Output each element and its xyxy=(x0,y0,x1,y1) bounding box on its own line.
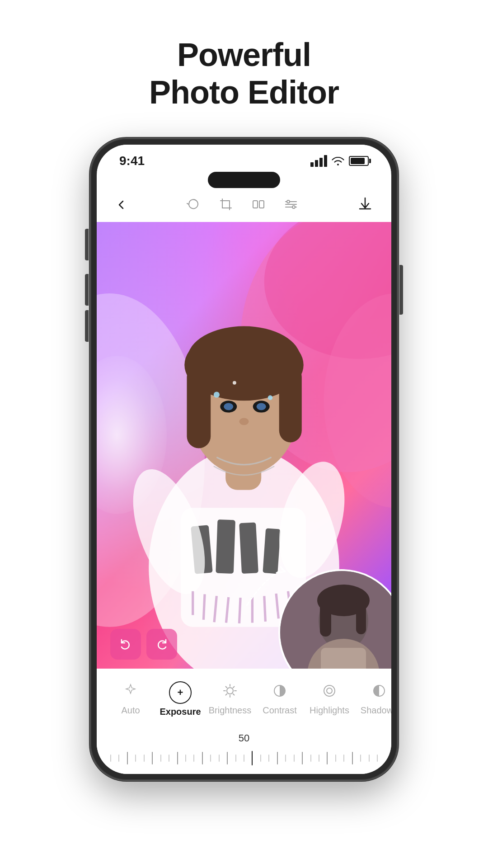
svg-line-51 xyxy=(226,686,227,688)
shadows-label: Shadows xyxy=(361,705,391,716)
tick xyxy=(202,752,203,764)
slider-ticks xyxy=(110,749,378,767)
tick xyxy=(277,752,278,764)
tick xyxy=(360,755,361,762)
tick xyxy=(110,755,111,762)
tick xyxy=(193,755,194,762)
highlights-icon xyxy=(321,683,338,703)
slider-track[interactable] xyxy=(110,747,378,769)
tool-tab-contrast[interactable]: Contrast xyxy=(255,679,305,719)
download-button[interactable] xyxy=(357,196,373,217)
back-button[interactable] xyxy=(115,198,127,215)
adjust-icon[interactable] xyxy=(284,197,298,215)
svg-point-17 xyxy=(188,326,300,392)
tool-tab-shadows[interactable]: Shadows xyxy=(354,679,391,719)
auto-icon xyxy=(122,683,139,703)
svg-rect-42 xyxy=(320,600,331,637)
tick xyxy=(169,755,169,762)
tick xyxy=(285,755,286,762)
tick xyxy=(294,755,295,762)
svg-line-54 xyxy=(226,693,227,695)
undo-redo-controls xyxy=(110,629,177,660)
tick xyxy=(177,752,178,764)
svg-rect-1 xyxy=(259,201,264,208)
svg-point-22 xyxy=(239,418,249,425)
exposure-label: Exposure xyxy=(160,707,201,717)
tool-tab-exposure[interactable]: Exposure xyxy=(155,678,205,721)
tick xyxy=(327,752,328,764)
tick xyxy=(260,755,261,762)
brightness-label: Brightness xyxy=(209,705,252,716)
svg-point-57 xyxy=(327,688,332,693)
svg-rect-43 xyxy=(356,600,366,634)
wifi-icon xyxy=(332,156,344,166)
tick xyxy=(335,755,336,762)
tick xyxy=(227,752,228,764)
tick xyxy=(268,755,269,762)
tick xyxy=(235,755,236,762)
slider-value: 50 xyxy=(110,732,378,744)
tick xyxy=(302,752,303,764)
highlights-label: Highlights xyxy=(310,705,349,716)
auto-label: Auto xyxy=(121,705,140,716)
svg-line-31 xyxy=(203,594,205,620)
tick xyxy=(135,755,136,762)
toolbar xyxy=(97,191,391,222)
before-image: Before xyxy=(280,571,391,669)
svg-rect-9 xyxy=(216,519,235,574)
phone-screen: 9:41 xyxy=(97,145,391,774)
tool-tab-brightness[interactable]: Brightness xyxy=(205,679,255,719)
svg-point-56 xyxy=(324,685,335,696)
svg-point-25 xyxy=(233,381,236,384)
toolbar-center-icons xyxy=(186,197,298,215)
signal-icon xyxy=(310,155,327,167)
tick xyxy=(343,755,344,762)
photo-background: Before xyxy=(97,222,391,669)
battery-icon xyxy=(349,156,369,166)
tick xyxy=(310,755,311,762)
phone-shell: 9:41 xyxy=(90,138,398,780)
crop-icon[interactable] xyxy=(219,197,233,215)
tool-tab-highlights[interactable]: Highlights xyxy=(305,679,354,719)
status-time: 9:41 xyxy=(119,154,145,168)
tick xyxy=(377,755,378,762)
photo-area: Before xyxy=(97,222,391,669)
svg-point-21 xyxy=(257,403,266,410)
svg-point-20 xyxy=(224,403,233,410)
tick xyxy=(127,752,128,764)
tick-center xyxy=(252,751,253,765)
tick xyxy=(352,752,353,764)
tool-tab-auto[interactable]: Auto xyxy=(106,679,155,719)
svg-rect-45 xyxy=(321,648,366,669)
tick xyxy=(185,755,186,762)
before-circle[interactable]: Before xyxy=(278,569,391,669)
dynamic-island xyxy=(208,172,280,188)
tick xyxy=(319,755,319,762)
brightness-icon xyxy=(222,683,238,703)
svg-line-52 xyxy=(233,693,235,695)
page-title: Powerful Photo Editor xyxy=(149,36,339,111)
status-bar: 9:41 xyxy=(97,145,391,172)
rotate-icon[interactable] xyxy=(186,197,201,215)
svg-point-46 xyxy=(227,688,233,694)
svg-line-53 xyxy=(233,686,235,688)
bottom-controls: Auto Exposure xyxy=(97,669,391,774)
toolbar-left-icons xyxy=(115,198,127,215)
svg-point-2 xyxy=(287,200,290,203)
svg-point-24 xyxy=(268,395,273,400)
tool-tabs: Auto Exposure xyxy=(97,669,391,725)
exposure-icon xyxy=(169,681,192,704)
contrast-icon xyxy=(272,683,288,703)
flip-icon[interactable] xyxy=(251,197,266,215)
tick xyxy=(244,755,244,762)
undo-button[interactable] xyxy=(110,629,141,660)
tick xyxy=(219,755,220,762)
tick xyxy=(118,755,119,762)
status-icons xyxy=(310,155,369,167)
tick xyxy=(160,755,161,762)
tick xyxy=(369,755,370,762)
svg-rect-0 xyxy=(253,201,258,208)
contrast-label: Contrast xyxy=(263,705,297,716)
redo-button[interactable] xyxy=(146,629,177,660)
svg-point-3 xyxy=(292,206,295,208)
